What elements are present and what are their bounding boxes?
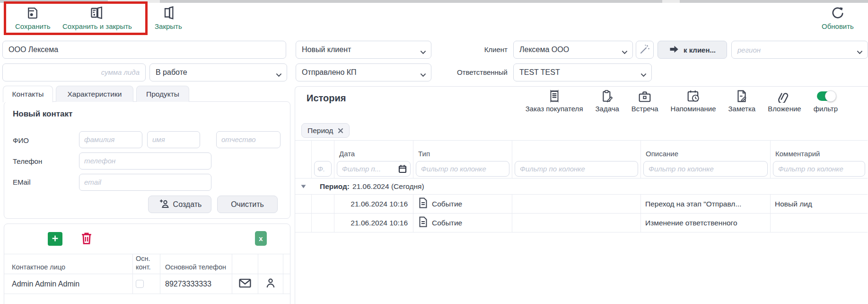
date-filter-input[interactable] [337, 161, 411, 177]
export-excel-button[interactable]: x [255, 231, 267, 246]
delete-contact-button[interactable] [79, 231, 95, 247]
email-input[interactable] [79, 174, 211, 191]
history-group-row[interactable]: Период:21.06.2024 (Сегодня) [295, 179, 868, 195]
chip-close-icon[interactable] [338, 128, 343, 134]
header-main-phone: Основной телефон [160, 254, 232, 274]
row-type-label: Событие [432, 200, 462, 208]
group-label: Период: [320, 182, 350, 190]
collapse-triangle-icon[interactable] [295, 185, 312, 188]
row-expand-cell [295, 214, 312, 232]
create-contact-button[interactable]: Создать [148, 196, 211, 213]
client-label: Клиент [447, 45, 508, 54]
chevron-down-icon [640, 71, 647, 79]
main-contact-checkbox[interactable] [136, 280, 144, 288]
action-label: Встреча [631, 105, 658, 113]
save-button[interactable]: Сохранить [15, 6, 51, 30]
header-main-contact: Осн. конт. [133, 254, 160, 274]
period-filter-chip[interactable]: Период [301, 123, 350, 138]
receipt-icon [548, 88, 561, 103]
responsible-select[interactable]: TEST TEST [513, 63, 652, 81]
row-expand-cell [295, 195, 312, 213]
description-filter-input[interactable] [643, 161, 768, 177]
new-contact-panel: Новый контакт ФИО Телефон EMail Создать … [4, 101, 290, 219]
stage-select[interactable]: В работе [149, 63, 287, 81]
chevron-down-icon [857, 48, 863, 56]
row-unnamed [512, 195, 641, 213]
contact-mail-cell [232, 274, 258, 294]
flag-filter-input[interactable] [314, 161, 332, 177]
contact-row[interactable]: Admin Admin Admin 89273333333 [4, 274, 290, 294]
lead-sum-input[interactable] [2, 63, 146, 81]
clear-contact-button[interactable]: Очистить [217, 196, 278, 213]
firstname-input[interactable] [147, 131, 200, 148]
phone-input[interactable] [79, 152, 211, 170]
client-select[interactable]: Лексема ООО [513, 41, 633, 59]
action-task[interactable]: Задача [596, 88, 619, 113]
magic-wand-icon [640, 44, 650, 56]
save-icon [26, 6, 39, 20]
action-note[interactable]: Заметка [728, 88, 756, 113]
action-attachment[interactable]: Вложение [768, 88, 801, 113]
close-button[interactable]: Закрыть [155, 6, 182, 30]
tab-characteristics[interactable]: Характеристики [56, 86, 133, 102]
go-to-client-label: к клиен... [684, 46, 716, 54]
trash-icon [80, 231, 93, 247]
action-reminder[interactable]: Напоминание [671, 88, 716, 113]
go-to-client-button[interactable]: к клиен... [658, 41, 727, 59]
row-type: Событие [413, 214, 512, 232]
briefcase-icon [638, 88, 651, 103]
row-comment: Новый лид [771, 195, 868, 213]
clear-contact-label: Очистить [231, 200, 264, 209]
client-status-select[interactable]: Новый клиент [296, 41, 431, 59]
tab-products-label: Продукты [146, 90, 179, 98]
surname-input[interactable] [79, 131, 142, 148]
header-user-column [258, 254, 283, 274]
comment-filter-input[interactable] [773, 161, 865, 177]
history-row[interactable]: 21.06.2024 10:16 Событие Изменение ответ… [295, 214, 868, 232]
add-contact-button[interactable] [48, 232, 62, 246]
column-filter-input[interactable] [515, 161, 638, 177]
header-comment: Комментарий [771, 141, 868, 160]
envelope-icon[interactable] [239, 278, 251, 290]
contact-extra-cell [283, 274, 290, 294]
chevron-down-icon [622, 48, 628, 56]
history-row[interactable]: 21.06.2024 10:16 Событие Переход на этап… [295, 195, 868, 214]
filter-chip-bar: Период [301, 123, 350, 138]
row-description: Изменение ответственного [641, 214, 771, 232]
person-icon[interactable] [266, 278, 275, 290]
save-and-close-button[interactable]: Сохранить и закрыть [62, 6, 132, 30]
plus-icon [52, 235, 59, 243]
filter-unnamed-cell [512, 160, 641, 178]
magic-wand-button[interactable] [636, 41, 654, 59]
lead-card-window: Сохранить Сохранить и закрыть Закрыть Об… [0, 0, 868, 304]
tab-contacts[interactable]: Контакты [3, 86, 53, 102]
row-type-label: Событие [432, 219, 462, 227]
refresh-button[interactable]: Обновить [822, 6, 854, 30]
row-date: 21.06.2024 10:16 [334, 195, 413, 213]
phone-label: Телефон [13, 157, 42, 165]
page-pencil-icon [736, 88, 748, 103]
chip-label: Период [307, 126, 333, 135]
history-filter-toggle[interactable]: фильтр [814, 91, 838, 113]
kp-stage-select[interactable]: Отправлено КП [296, 63, 431, 81]
chevron-down-icon [420, 48, 426, 56]
region-select[interactable]: регион [731, 41, 868, 59]
row-comment [771, 214, 868, 232]
contact-person-cell: Admin Admin Admin [4, 274, 133, 294]
calendar-clock-icon [687, 88, 700, 103]
responsible-label: Ответственный [447, 68, 508, 76]
email-label: EMail [13, 178, 31, 186]
filter-toggle-switch[interactable] [817, 91, 834, 101]
patronymic-input[interactable] [216, 131, 281, 148]
tab-products[interactable]: Продукты [136, 86, 189, 102]
action-customer-order[interactable]: Заказ покупателя [526, 88, 583, 113]
header-contact-person: Контактное лицо [4, 254, 133, 274]
row-flag-cell [312, 214, 334, 232]
filter-date-cell [334, 160, 413, 178]
stage-value: В работе [156, 68, 187, 77]
action-meeting[interactable]: Встреча [631, 88, 658, 113]
lead-name-input[interactable] [2, 41, 286, 59]
chevron-down-icon [276, 71, 282, 79]
group-text: Период:21.06.2024 (Сегодня) [312, 182, 424, 191]
type-filter-input[interactable] [416, 161, 509, 177]
